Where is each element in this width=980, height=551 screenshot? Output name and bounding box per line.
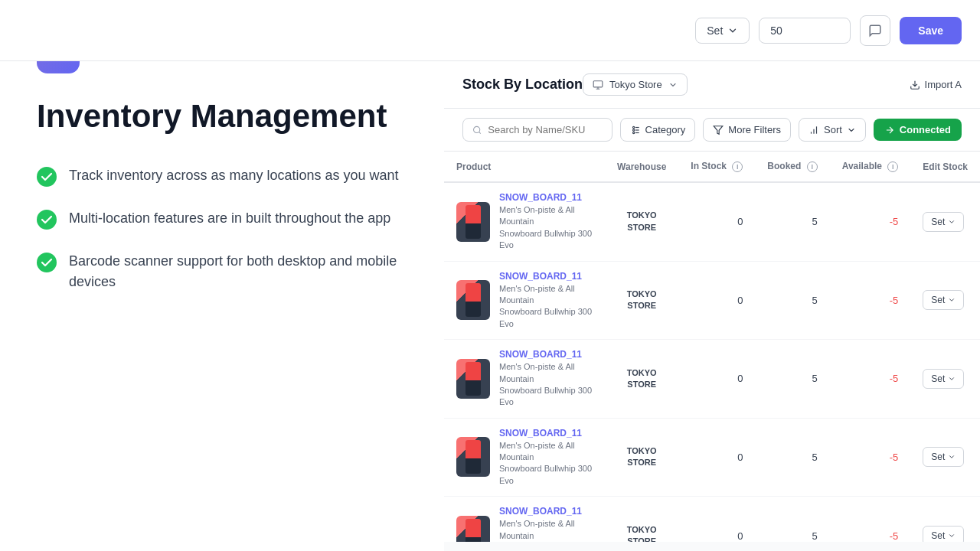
booked-cell: 5 (755, 261, 829, 340)
filter-bar: Category More Filters Sort Connected (444, 109, 980, 152)
more-filters-label: More Filters (728, 124, 781, 135)
available-cell: -5 (830, 182, 911, 261)
product-thumbnail (456, 202, 490, 242)
available-cell: -5 (830, 340, 911, 419)
stock-header: Stock By Location Tokyo Store Import A (444, 61, 980, 109)
available-info-icon[interactable]: i (887, 161, 898, 172)
warehouse-cell: TOKYOSTORE (605, 497, 678, 542)
in-stock-cell: 0 (678, 340, 755, 419)
available-cell: -5 (830, 418, 911, 497)
check-icon-1 (37, 167, 57, 187)
set-chevron-icon (948, 218, 956, 226)
table-container: Product Warehouse In Stock i Booked i Av (444, 152, 980, 542)
in-stock-cell: 0 (678, 497, 755, 542)
page-title: Inventory Management (37, 98, 407, 135)
set-stock-button[interactable]: Set (923, 212, 964, 232)
product-desc1: Men's On-piste & All Mountain (499, 204, 593, 228)
product-desc2: Snowboard Bullwhip 300 Evo (499, 306, 593, 330)
search-input[interactable] (488, 124, 602, 135)
set-stock-button[interactable]: Set (923, 290, 964, 310)
feature-item-2: Multi-location features are in built thr… (37, 208, 407, 230)
product-desc1: Men's On-piste & All Mountain (499, 283, 593, 307)
product-desc2: Snowboard Bullwhip 300 Evo (499, 385, 593, 409)
product-desc1: Men's On-piste & All Mountain (499, 518, 593, 542)
svg-point-10 (632, 132, 634, 133)
set-dropdown[interactable]: Set (695, 18, 750, 44)
svg-rect-6 (593, 80, 603, 86)
booked-cell: 5 (755, 418, 829, 497)
in-stock-info-icon[interactable]: i (732, 161, 743, 172)
product-sku: SNOW_BOARD_11 (499, 428, 593, 439)
table-header-row: Product Warehouse In Stock i Booked i Av (444, 152, 980, 182)
edit-stock-cell: Set (910, 182, 980, 261)
import-label: Import A (925, 79, 962, 90)
category-label: Category (645, 124, 686, 135)
inventory-table: Product Warehouse In Stock i Booked i Av (444, 152, 980, 542)
product-desc1: Men's On-piste & All Mountain (499, 440, 593, 464)
top-bar: Set Save (0, 0, 980, 61)
feature-text-2: Multi-location features are in built thr… (69, 208, 390, 229)
booked-info-icon[interactable]: i (807, 161, 818, 172)
right-panel: Stock By Location Tokyo Store Import A (444, 61, 980, 551)
connected-label: Connected (900, 124, 951, 135)
connected-button[interactable]: Connected (874, 119, 962, 141)
svg-point-9 (632, 129, 634, 130)
product-desc2: Snowboard Bullwhip 300 Evo (499, 463, 593, 487)
category-filter-button[interactable]: Category (620, 118, 696, 142)
set-stock-button[interactable]: Set (923, 369, 964, 389)
set-chevron-icon (948, 532, 956, 540)
quantity-input[interactable] (759, 18, 851, 44)
svg-point-4 (37, 210, 57, 230)
more-filters-button[interactable]: More Filters (703, 118, 791, 142)
set-chevron-icon (948, 296, 956, 304)
product-cell: SNOW_BOARD_11 Men's On-piste & All Mount… (444, 340, 605, 419)
available-cell: -5 (830, 261, 911, 340)
product-cell: SNOW_BOARD_11 Men's On-piste & All Mount… (444, 418, 605, 497)
feature-text-1: Track inventory across as many locations… (69, 165, 399, 186)
location-icon (593, 80, 603, 90)
product-thumbnail (456, 359, 490, 399)
product-cell: SNOW_BOARD_11 Men's On-piste & All Mount… (444, 497, 605, 542)
table-row: SNOW_BOARD_11 Men's On-piste & All Mount… (444, 182, 980, 261)
search-box[interactable] (462, 118, 612, 142)
table-row: SNOW_BOARD_11 Men's On-piste & All Mount… (444, 418, 980, 497)
product-cell: SNOW_BOARD_11 Men's On-piste & All Mount… (444, 261, 605, 340)
set-label: Set (707, 24, 723, 37)
import-button[interactable]: Import A (910, 79, 962, 90)
set-chevron-icon (948, 375, 956, 383)
warehouse-label: TOKYOSTORE (617, 524, 666, 542)
table-row: SNOW_BOARD_11 Men's On-piste & All Mount… (444, 340, 980, 419)
connected-icon (884, 125, 895, 135)
set-stock-button[interactable]: Set (923, 447, 964, 467)
warehouse-label: TOKYOSTORE (617, 445, 666, 469)
product-desc1: Men's On-piste & All Mountain (499, 361, 593, 385)
warehouse-cell: TOKYOSTORE (605, 340, 678, 419)
save-button[interactable]: Save (900, 17, 962, 44)
edit-stock-cell: Set (910, 497, 980, 542)
svg-point-5 (37, 253, 57, 272)
svg-point-7 (474, 126, 480, 132)
location-selector[interactable]: Tokyo Store (583, 73, 688, 96)
comment-button[interactable] (860, 15, 890, 46)
set-stock-button[interactable]: Set (923, 526, 964, 542)
sort-chevron-icon (847, 126, 856, 135)
sort-button[interactable]: Sort (799, 118, 866, 142)
col-in-stock: In Stock i (678, 152, 755, 182)
chevron-down-icon (727, 25, 738, 36)
product-sku: SNOW_BOARD_11 (499, 506, 593, 517)
feature-item-3: Barcode scanner support for both desktop… (37, 251, 407, 292)
sort-icon (808, 125, 819, 135)
chevron-down-icon (668, 80, 678, 90)
available-cell: -5 (830, 497, 911, 542)
warehouse-cell: TOKYOSTORE (605, 182, 678, 261)
product-sku: SNOW_BOARD_11 (499, 349, 593, 360)
warehouse-label: TOKYOSTORE (617, 367, 666, 391)
product-thumbnail (456, 280, 490, 320)
in-stock-cell: 0 (678, 418, 755, 497)
category-icon (630, 125, 641, 135)
comment-icon (868, 24, 882, 37)
edit-stock-cell: Set (910, 340, 980, 419)
product-sku: SNOW_BOARD_11 (499, 271, 593, 282)
product-sku: SNOW_BOARD_11 (499, 192, 593, 203)
feature-text-3: Barcode scanner support for both desktop… (69, 251, 407, 292)
